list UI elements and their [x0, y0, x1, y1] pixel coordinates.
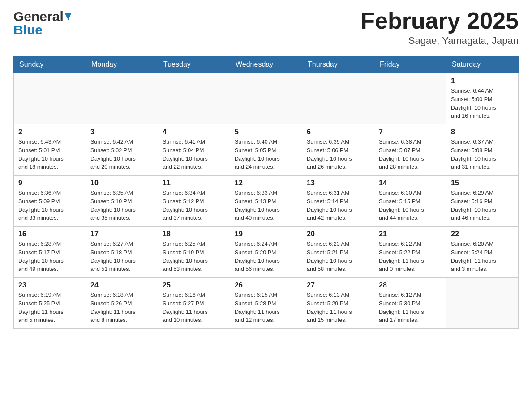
calendar-cell: 5Sunrise: 6:40 AM Sunset: 5:05 PM Daylig…	[230, 124, 302, 176]
day-info: Sunrise: 6:39 AM Sunset: 5:06 PM Dayligh…	[307, 138, 369, 171]
calendar-cell: 4Sunrise: 6:41 AM Sunset: 5:04 PM Daylig…	[158, 124, 230, 176]
day-number: 27	[307, 281, 369, 289]
day-info: Sunrise: 6:44 AM Sunset: 5:00 PM Dayligh…	[451, 87, 514, 120]
day-info: Sunrise: 6:18 AM Sunset: 5:26 PM Dayligh…	[90, 291, 153, 325]
calendar-cell: 19Sunrise: 6:24 AM Sunset: 5:20 PM Dayli…	[230, 227, 302, 278]
logo-arrow-icon	[63, 13, 71, 20]
calendar-cell	[230, 73, 302, 124]
day-info: Sunrise: 6:31 AM Sunset: 5:14 PM Dayligh…	[307, 189, 369, 223]
calendar-cell	[374, 73, 446, 124]
calendar-cell: 1Sunrise: 6:44 AM Sunset: 5:00 PM Daylig…	[446, 73, 519, 124]
calendar-cell: 17Sunrise: 6:27 AM Sunset: 5:18 PM Dayli…	[86, 227, 158, 278]
day-info: Sunrise: 6:30 AM Sunset: 5:15 PM Dayligh…	[379, 189, 442, 223]
calendar-cell: 3Sunrise: 6:42 AM Sunset: 5:02 PM Daylig…	[86, 124, 158, 176]
day-number: 20	[307, 230, 369, 238]
day-info: Sunrise: 6:15 AM Sunset: 5:28 PM Dayligh…	[235, 291, 297, 325]
page-header: General Blue February 2025 Sagae, Yamaga…	[13, 9, 519, 47]
calendar-cell	[446, 278, 519, 329]
calendar-cell: 12Sunrise: 6:33 AM Sunset: 5:13 PM Dayli…	[230, 176, 302, 227]
day-info: Sunrise: 6:35 AM Sunset: 5:10 PM Dayligh…	[90, 189, 153, 223]
calendar-cell: 7Sunrise: 6:38 AM Sunset: 5:07 PM Daylig…	[374, 124, 446, 176]
calendar-cell	[14, 73, 86, 124]
calendar-cell	[302, 73, 374, 124]
weekday-header-monday: Monday	[86, 56, 158, 73]
calendar-week-row: 9Sunrise: 6:36 AM Sunset: 5:09 PM Daylig…	[14, 176, 519, 227]
day-info: Sunrise: 6:19 AM Sunset: 5:25 PM Dayligh…	[18, 291, 81, 325]
calendar-cell: 14Sunrise: 6:30 AM Sunset: 5:15 PM Dayli…	[374, 176, 446, 227]
day-info: Sunrise: 6:22 AM Sunset: 5:22 PM Dayligh…	[379, 240, 442, 274]
day-number: 4	[163, 128, 225, 136]
calendar-cell: 10Sunrise: 6:35 AM Sunset: 5:10 PM Dayli…	[86, 176, 158, 227]
day-number: 25	[163, 281, 225, 289]
day-info: Sunrise: 6:41 AM Sunset: 5:04 PM Dayligh…	[163, 138, 225, 171]
day-number: 11	[163, 179, 225, 187]
day-number: 14	[379, 179, 442, 187]
day-number: 15	[451, 179, 514, 187]
calendar-cell	[86, 73, 158, 124]
day-number: 8	[451, 128, 514, 136]
calendar-cell: 9Sunrise: 6:36 AM Sunset: 5:09 PM Daylig…	[14, 176, 86, 227]
day-number: 18	[163, 230, 225, 238]
calendar-cell: 25Sunrise: 6:16 AM Sunset: 5:27 PM Dayli…	[158, 278, 230, 329]
day-info: Sunrise: 6:34 AM Sunset: 5:12 PM Dayligh…	[163, 189, 225, 223]
day-number: 12	[235, 179, 297, 187]
weekday-header-wednesday: Wednesday	[230, 56, 302, 73]
logo-blue-text: Blue	[13, 22, 43, 38]
day-number: 16	[18, 230, 81, 238]
location-text: Sagae, Yamagata, Japan	[360, 35, 519, 47]
day-number: 23	[18, 281, 81, 289]
day-info: Sunrise: 6:37 AM Sunset: 5:08 PM Dayligh…	[451, 138, 514, 171]
calendar-week-row: 1Sunrise: 6:44 AM Sunset: 5:00 PM Daylig…	[14, 73, 519, 124]
day-number: 9	[18, 179, 81, 187]
day-number: 7	[379, 128, 442, 136]
day-number: 26	[235, 281, 297, 289]
day-number: 10	[90, 179, 153, 187]
calendar-cell: 23Sunrise: 6:19 AM Sunset: 5:25 PM Dayli…	[14, 278, 86, 329]
calendar-cell: 20Sunrise: 6:23 AM Sunset: 5:21 PM Dayli…	[302, 227, 374, 278]
day-info: Sunrise: 6:38 AM Sunset: 5:07 PM Dayligh…	[379, 138, 442, 171]
weekday-header-sunday: Sunday	[14, 56, 86, 73]
day-number: 2	[18, 128, 81, 136]
day-number: 22	[451, 230, 514, 238]
day-number: 24	[90, 281, 153, 289]
calendar-cell: 24Sunrise: 6:18 AM Sunset: 5:26 PM Dayli…	[86, 278, 158, 329]
calendar-cell: 15Sunrise: 6:29 AM Sunset: 5:16 PM Dayli…	[446, 176, 519, 227]
day-info: Sunrise: 6:25 AM Sunset: 5:19 PM Dayligh…	[163, 240, 225, 274]
weekday-header-friday: Friday	[374, 56, 446, 73]
day-info: Sunrise: 6:43 AM Sunset: 5:01 PM Dayligh…	[18, 138, 81, 171]
calendar-cell: 22Sunrise: 6:20 AM Sunset: 5:24 PM Dayli…	[446, 227, 519, 278]
day-info: Sunrise: 6:16 AM Sunset: 5:27 PM Dayligh…	[163, 291, 225, 325]
calendar-cell	[158, 73, 230, 124]
calendar-week-row: 2Sunrise: 6:43 AM Sunset: 5:01 PM Daylig…	[14, 124, 519, 176]
calendar-cell: 11Sunrise: 6:34 AM Sunset: 5:12 PM Dayli…	[158, 176, 230, 227]
calendar-cell: 18Sunrise: 6:25 AM Sunset: 5:19 PM Dayli…	[158, 227, 230, 278]
weekday-header-saturday: Saturday	[446, 56, 519, 73]
day-number: 6	[307, 128, 369, 136]
day-number: 28	[379, 281, 442, 289]
day-number: 13	[307, 179, 369, 187]
day-info: Sunrise: 6:20 AM Sunset: 5:24 PM Dayligh…	[451, 240, 514, 274]
day-number: 17	[90, 230, 153, 238]
calendar-cell: 26Sunrise: 6:15 AM Sunset: 5:28 PM Dayli…	[230, 278, 302, 329]
day-number: 3	[90, 128, 153, 136]
logo-general-text: General	[13, 9, 64, 24]
day-info: Sunrise: 6:24 AM Sunset: 5:20 PM Dayligh…	[235, 240, 297, 274]
calendar-week-row: 16Sunrise: 6:28 AM Sunset: 5:17 PM Dayli…	[14, 227, 519, 278]
day-info: Sunrise: 6:29 AM Sunset: 5:16 PM Dayligh…	[451, 189, 514, 223]
day-info: Sunrise: 6:36 AM Sunset: 5:09 PM Dayligh…	[18, 189, 81, 223]
calendar-table: SundayMondayTuesdayWednesdayThursdayFrid…	[13, 56, 519, 329]
month-title: February 2025	[360, 9, 519, 32]
day-info: Sunrise: 6:33 AM Sunset: 5:13 PM Dayligh…	[235, 189, 297, 223]
day-info: Sunrise: 6:28 AM Sunset: 5:17 PM Dayligh…	[18, 240, 81, 274]
day-info: Sunrise: 6:13 AM Sunset: 5:29 PM Dayligh…	[307, 291, 369, 325]
day-info: Sunrise: 6:40 AM Sunset: 5:05 PM Dayligh…	[235, 138, 297, 171]
day-info: Sunrise: 6:27 AM Sunset: 5:18 PM Dayligh…	[90, 240, 153, 274]
day-info: Sunrise: 6:12 AM Sunset: 5:30 PM Dayligh…	[379, 291, 442, 325]
day-number: 1	[451, 77, 514, 85]
calendar-cell: 13Sunrise: 6:31 AM Sunset: 5:14 PM Dayli…	[302, 176, 374, 227]
day-info: Sunrise: 6:42 AM Sunset: 5:02 PM Dayligh…	[90, 138, 153, 171]
weekday-header-tuesday: Tuesday	[158, 56, 230, 73]
calendar-week-row: 23Sunrise: 6:19 AM Sunset: 5:25 PM Dayli…	[14, 278, 519, 329]
calendar-cell: 2Sunrise: 6:43 AM Sunset: 5:01 PM Daylig…	[14, 124, 86, 176]
calendar-cell: 6Sunrise: 6:39 AM Sunset: 5:06 PM Daylig…	[302, 124, 374, 176]
